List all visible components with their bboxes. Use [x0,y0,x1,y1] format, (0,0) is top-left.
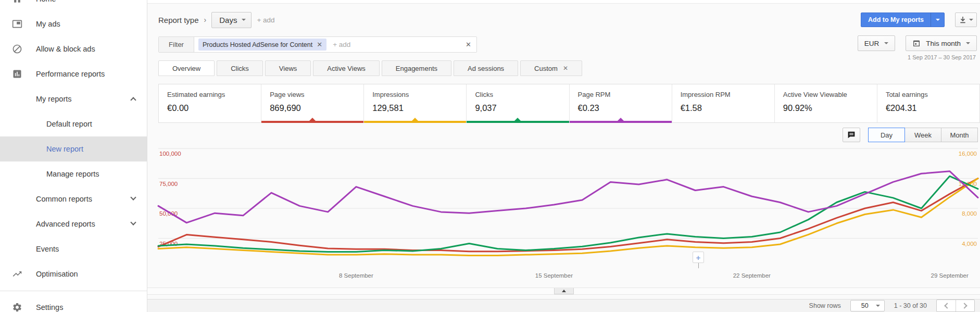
tab-label: Custom [534,65,558,72]
card-value: €0.23 [578,103,672,113]
tab-active-views[interactable]: Active Views [313,60,379,76]
card-series-underline [570,121,672,123]
sidebar-item-allow-block-ads[interactable]: Allow & block ads [0,36,147,61]
header-edge [147,0,980,4]
tab-clicks[interactable]: Clicks [217,60,263,76]
card-estimated-earnings[interactable]: Estimated earnings €0.00 [159,84,261,122]
triangle-up-icon [562,290,566,292]
sidebar-item-advanced-reports[interactable]: Advanced reports [0,211,147,236]
sidebar-item-label: Performance reports [36,70,105,78]
svg-text:8,000: 8,000 [962,210,977,217]
filter-chip[interactable]: Products Hosted AdSense for Content ✕ [198,39,326,51]
sidebar-item-performance-reports[interactable]: Performance reports [0,61,147,86]
breadcrumb-separator: › [204,16,207,24]
report-type-row: Report type › Days + add [158,11,275,28]
date-preset-value: This month [926,40,961,47]
sidebar-item-label: Default report [46,120,92,128]
report-type-value: Days [219,16,237,24]
sidebar-item-events[interactable]: Events [0,236,147,261]
previous-page-button[interactable] [937,300,956,311]
tab-label: Ad sessions [468,65,504,72]
tab-label: Views [279,65,297,72]
tab-views[interactable]: Views [265,60,311,76]
remove-filter-icon[interactable]: ✕ [317,41,322,48]
card-impression-rpm[interactable]: Impression RPM €1.58 [672,84,775,122]
show-rows-label: Show rows [809,302,841,309]
currency-dropdown[interactable]: EUR [858,35,896,51]
sidebar-item-settings[interactable]: Settings [0,295,147,312]
card-value: 129,581 [372,103,466,113]
chevron-down-icon [242,19,246,21]
metric-cards: Estimated earnings €0.00 Page views 869,… [158,84,980,123]
sidebar-item-my-reports[interactable]: My reports [0,86,147,111]
chevron-left-icon [944,303,950,308]
svg-text:75,000: 75,000 [159,181,178,187]
sidebar-divider [0,291,147,291]
download-icon [959,16,967,24]
add-to-my-reports-dropdown[interactable] [931,13,944,27]
card-clicks[interactable]: Clicks 9,037 [467,84,569,122]
sidebar-item-label: Events [36,245,59,253]
trending-up-icon [11,268,23,280]
scroll-up-button[interactable] [554,288,574,294]
granularity-day-button[interactable]: Day [868,128,905,142]
card-series-underline [261,121,363,123]
sidebar-item-new-report[interactable]: New report [0,136,147,161]
sidebar-item-label: Settings [36,303,63,311]
date-range-dropdown[interactable]: This month [906,35,977,51]
clear-filters-icon[interactable]: ✕ [466,41,471,48]
tab-ad-sessions[interactable]: Ad sessions [454,60,518,76]
card-label: Active View Viewable [783,91,877,98]
add-report-type-link[interactable]: + add [257,16,274,24]
tab-label: Clicks [231,65,249,72]
add-to-my-reports-button[interactable]: Add to My reports [861,13,945,27]
chevron-down-icon [969,19,973,21]
sidebar-item-common-reports[interactable]: Common reports [0,186,147,211]
sidebar-item-label: Allow & block ads [36,45,95,53]
card-label: Impressions [372,91,466,98]
block-icon [11,43,23,55]
tab-custom[interactable]: Custom ✕ [520,60,582,76]
sidebar-item-label: My reports [36,95,72,103]
card-label: Page views [270,91,363,98]
card-page-views[interactable]: Page views 869,690 [261,84,364,122]
performance-chart[interactable]: 25,0004,00050,0008,00075,00012,000100,00… [147,125,980,281]
chevron-up-icon [130,97,136,103]
card-impressions[interactable]: Impressions 129,581 [364,84,467,122]
sidebar-item-my-ads[interactable]: My ads [0,11,147,36]
pagination-bar: Show rows 50 1 - 30 of 30 [147,299,980,312]
rows-per-page-dropdown[interactable]: 50 [850,300,885,311]
next-page-button[interactable] [956,300,974,311]
sidebar-item-manage-reports[interactable]: Manage reports [0,161,147,186]
report-type-label: Report type [158,16,199,24]
card-label: Page RPM [578,91,672,98]
tab-overview[interactable]: Overview [158,60,215,76]
date-range-text: 1 Sep 2017 – 30 Sep 2017 [908,54,976,60]
svg-text:22 September: 22 September [733,272,771,279]
tab-label: Active Views [327,65,365,72]
sidebar-item-optimisation[interactable]: Optimisation [0,261,147,286]
card-label: Total earnings [886,91,979,98]
tab-label: Engagements [396,65,437,72]
add-filter-link[interactable]: + add [333,41,350,48]
svg-text:15 September: 15 September [535,272,573,279]
svg-text:100,000: 100,000 [159,151,181,157]
tab-engagements[interactable]: Engagements [382,60,451,76]
sidebar-item-default-report[interactable]: Default report [0,111,147,136]
sidebar-nav: Home My ads Allow & block ads Performanc… [0,0,147,312]
sidebar-item-home[interactable]: Home [0,0,147,11]
card-page-rpm[interactable]: Page RPM €0.23 [570,84,672,122]
add-annotation-button[interactable]: + [693,252,704,263]
svg-text:8 September: 8 September [339,272,373,279]
gear-icon [11,302,23,312]
my-ads-icon [11,18,23,30]
card-series-underline [467,121,569,123]
card-active-view-viewable[interactable]: Active View Viewable 90.92% [775,84,877,122]
card-label: Clicks [475,91,569,98]
home-icon [11,0,23,5]
sidebar-item-label: New report [46,145,83,153]
report-type-dropdown[interactable]: Days [211,12,252,28]
download-button[interactable] [955,13,977,27]
close-tab-icon[interactable]: ✕ [563,65,568,72]
card-total-earnings[interactable]: Total earnings €204.31 [877,84,979,122]
